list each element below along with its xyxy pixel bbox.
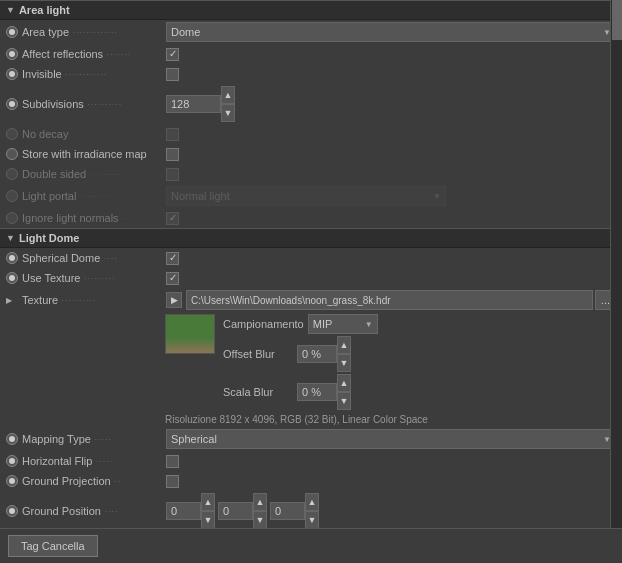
no-decay-radio[interactable]: [6, 128, 18, 140]
mapping-type-radio[interactable]: [6, 433, 18, 445]
ground-position-label: Ground Position ····: [6, 505, 166, 517]
store-irradiance-radio[interactable]: [6, 148, 18, 160]
offset-blur-stepper: ▲ ▼: [297, 336, 351, 372]
double-sided-checkbox[interactable]: [166, 168, 179, 181]
affect-reflections-label: Affect reflections ·······: [6, 48, 166, 60]
use-texture-checkbox[interactable]: [166, 272, 179, 285]
ground-pos-x-input[interactable]: [166, 502, 201, 520]
invisible-row: Invisible ············: [0, 64, 622, 84]
subdivisions-input[interactable]: 128: [166, 95, 221, 113]
ignore-normals-checkbox[interactable]: [166, 212, 179, 225]
light-portal-row: Light portal ········· Normal light ▼: [0, 184, 622, 208]
no-decay-checkbox[interactable]: [166, 128, 179, 141]
ground-pos-y-input[interactable]: [218, 502, 253, 520]
no-decay-label: No decay: [6, 128, 166, 140]
texture-play-btn[interactable]: ▶: [166, 292, 182, 308]
ground-position-inputs: ▲ ▼ ▲ ▼ ▲: [166, 493, 319, 529]
invisible-checkbox[interactable]: [166, 68, 179, 81]
ground-projection-checkbox[interactable]: [166, 475, 179, 488]
subdivisions-up[interactable]: ▲: [221, 86, 235, 104]
texture-settings-row: Campionamento MIP ▼ Offset Blur ▲ ▼: [0, 312, 622, 412]
ground-pos-z-down[interactable]: ▼: [305, 511, 319, 529]
scala-blur-down[interactable]: ▼: [337, 392, 351, 410]
ground-pos-x-up[interactable]: ▲: [201, 493, 215, 511]
scrollbar-thumb[interactable]: [612, 0, 622, 40]
mapping-type-label: Mapping Type ·····: [6, 433, 166, 445]
all-rows: ▼ Area light Area type ············· Dom…: [0, 0, 622, 563]
use-texture-row: Use Texture ·········: [0, 268, 622, 288]
bottom-bar: Tag Cancella: [0, 528, 622, 563]
double-sided-radio[interactable]: [6, 168, 18, 180]
ground-pos-y-up[interactable]: ▲: [253, 493, 267, 511]
light-portal-label: Light portal ·········: [6, 190, 166, 202]
horizontal-flip-label: Horizontal Flip ·····: [6, 455, 166, 467]
ground-pos-z-input[interactable]: [270, 502, 305, 520]
ground-projection-radio[interactable]: [6, 475, 18, 487]
horizontal-flip-radio[interactable]: [6, 455, 18, 467]
offset-blur-up[interactable]: ▲: [337, 336, 351, 354]
spherical-dome-radio[interactable]: [6, 252, 18, 264]
tag-cancel-button[interactable]: Tag Cancella: [8, 535, 98, 557]
light-portal-radio[interactable]: [6, 190, 18, 202]
mapping-type-dropdown[interactable]: Spherical ▼: [166, 429, 616, 449]
ground-pos-z-stepper: ▲ ▼: [270, 493, 319, 529]
ground-projection-label: Ground Projection ··: [6, 475, 166, 487]
ground-pos-y-stepper: ▲ ▼: [218, 493, 267, 529]
light-dome-title: Light Dome: [19, 232, 80, 244]
texture-path-row: ▶ Texture ·········· ▶ ...: [0, 288, 622, 312]
scrollbar[interactable]: [610, 0, 622, 563]
area-light-title: Area light: [19, 4, 70, 16]
offset-blur-row: Offset Blur ▲ ▼: [223, 336, 378, 372]
scala-blur-input[interactable]: [297, 383, 337, 401]
content-area: ▼ Area light Area type ············· Dom…: [0, 0, 622, 563]
offset-blur-label: Offset Blur: [223, 348, 293, 360]
offset-blur-input[interactable]: [297, 345, 337, 363]
ground-position-row: Ground Position ···· ▲ ▼ ▲: [0, 491, 622, 531]
affect-reflections-radio[interactable]: [6, 48, 18, 60]
scala-blur-row: Scala Blur ▲ ▼: [223, 374, 378, 410]
area-light-arrow: ▼: [6, 5, 15, 15]
ground-pos-y-down[interactable]: ▼: [253, 511, 267, 529]
area-light-header[interactable]: ▼ Area light: [0, 0, 622, 20]
no-decay-row: No decay: [0, 124, 622, 144]
horizontal-flip-checkbox[interactable]: [166, 455, 179, 468]
area-type-row: Area type ············· Dome ▼: [0, 20, 622, 44]
area-type-dropdown[interactable]: Dome ▼: [166, 22, 616, 42]
campionamento-arrow: ▼: [365, 320, 373, 329]
use-texture-radio[interactable]: [6, 272, 18, 284]
spherical-dome-row: Spherical Dome ····: [0, 248, 622, 268]
light-portal-dropdown[interactable]: Normal light ▼: [166, 186, 446, 206]
area-type-label: Area type ·············: [6, 26, 166, 38]
light-dome-header[interactable]: ▼ Light Dome: [0, 228, 622, 248]
double-sided-row: Double sided ··········: [0, 164, 622, 184]
scala-blur-up[interactable]: ▲: [337, 374, 351, 392]
ignore-normals-row: Ignore light normals ···: [0, 208, 622, 228]
texture-path-input[interactable]: [186, 290, 593, 310]
invisible-label: Invisible ············: [6, 68, 166, 80]
texture-settings: Campionamento MIP ▼ Offset Blur ▲ ▼: [223, 314, 378, 410]
invisible-radio[interactable]: [6, 68, 18, 80]
store-irradiance-label: Store with irradiance map: [6, 148, 166, 160]
affect-reflections-checkbox[interactable]: [166, 48, 179, 61]
light-portal-arrow: ▼: [433, 192, 441, 201]
ignore-normals-radio[interactable]: [6, 212, 18, 224]
campionamento-dropdown[interactable]: MIP ▼: [308, 314, 378, 334]
store-irradiance-checkbox[interactable]: [166, 148, 179, 161]
mapping-type-row: Mapping Type ····· Spherical ▼: [0, 427, 622, 451]
spherical-dome-checkbox[interactable]: [166, 252, 179, 265]
subdivisions-stepper: 128 ▲ ▼: [166, 86, 235, 122]
ground-position-radio[interactable]: [6, 505, 18, 517]
subdivisions-down[interactable]: ▼: [221, 104, 235, 122]
subdivisions-radio[interactable]: [6, 98, 18, 110]
main-panel: ▼ Area light Area type ············· Dom…: [0, 0, 622, 563]
area-type-radio[interactable]: [6, 26, 18, 38]
offset-blur-down[interactable]: ▼: [337, 354, 351, 372]
store-irradiance-row: Store with irradiance map: [0, 144, 622, 164]
ground-pos-z-up[interactable]: ▲: [305, 493, 319, 511]
affect-reflections-row: Affect reflections ·······: [0, 44, 622, 64]
ground-pos-x-down[interactable]: ▼: [201, 511, 215, 529]
ground-projection-row: Ground Projection ··: [0, 471, 622, 491]
light-dome-arrow: ▼: [6, 233, 15, 243]
texture-expand-arrow[interactable]: ▶: [6, 296, 12, 305]
texture-label: ▶ Texture ··········: [6, 294, 166, 306]
